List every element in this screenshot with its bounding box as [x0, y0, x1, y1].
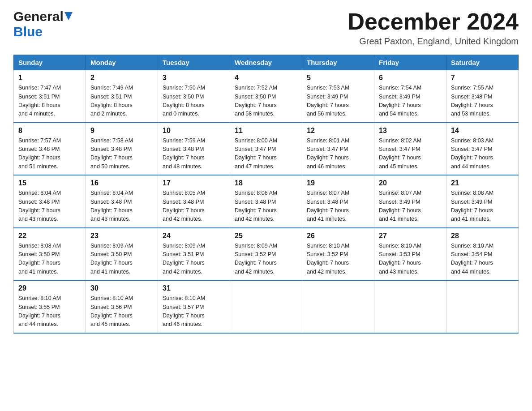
calendar-cell: 10 Sunrise: 7:59 AM Sunset: 3:48 PM Dayl… [158, 123, 230, 176]
calendar-header-row: Sunday Monday Tuesday Wednesday Thursday… [14, 55, 519, 70]
day-info: Sunrise: 8:10 AM Sunset: 3:52 PM Dayligh… [307, 242, 369, 277]
calendar-cell [230, 280, 302, 333]
day-info: Sunrise: 7:49 AM Sunset: 3:51 PM Dayligh… [90, 84, 153, 119]
day-number: 6 [379, 74, 442, 82]
day-number: 8 [18, 127, 81, 135]
day-info: Sunrise: 8:08 AM Sunset: 3:50 PM Dayligh… [18, 242, 81, 277]
calendar-cell: 9 Sunrise: 7:58 AM Sunset: 3:48 PM Dayli… [86, 123, 158, 176]
day-info: Sunrise: 8:10 AM Sunset: 3:53 PM Dayligh… [379, 242, 442, 277]
day-number: 21 [451, 179, 514, 187]
day-number: 1 [18, 74, 81, 82]
day-number: 26 [307, 232, 369, 240]
day-number: 30 [90, 284, 153, 292]
calendar-cell: 30 Sunrise: 8:10 AM Sunset: 3:56 PM Dayl… [86, 280, 158, 333]
day-info: Sunrise: 7:54 AM Sunset: 3:49 PM Dayligh… [379, 84, 442, 119]
day-number: 9 [90, 127, 153, 135]
day-info: Sunrise: 8:10 AM Sunset: 3:56 PM Dayligh… [90, 294, 153, 329]
day-info: Sunrise: 8:10 AM Sunset: 3:57 PM Dayligh… [163, 294, 225, 329]
day-number: 14 [451, 127, 514, 135]
calendar-cell: 17 Sunrise: 8:05 AM Sunset: 3:48 PM Dayl… [158, 175, 230, 228]
day-number: 28 [451, 232, 514, 240]
day-number: 19 [307, 179, 369, 187]
day-info: Sunrise: 8:05 AM Sunset: 3:48 PM Dayligh… [163, 189, 225, 224]
logo-blue-text: Blue [13, 24, 43, 39]
calendar-cell: 25 Sunrise: 8:09 AM Sunset: 3:52 PM Dayl… [230, 228, 302, 281]
calendar-cell: 23 Sunrise: 8:09 AM Sunset: 3:50 PM Dayl… [86, 228, 158, 281]
calendar-cell: 4 Sunrise: 7:52 AM Sunset: 3:50 PM Dayli… [230, 70, 302, 123]
day-info: Sunrise: 7:50 AM Sunset: 3:50 PM Dayligh… [163, 84, 225, 119]
day-info: Sunrise: 7:47 AM Sunset: 3:51 PM Dayligh… [18, 84, 81, 119]
day-info: Sunrise: 7:58 AM Sunset: 3:48 PM Dayligh… [90, 137, 153, 171]
calendar-cell [446, 280, 519, 333]
calendar-week-row-4: 22 Sunrise: 8:08 AM Sunset: 3:50 PM Dayl… [14, 228, 519, 281]
calendar-cell: 29 Sunrise: 8:10 AM Sunset: 3:55 PM Dayl… [14, 280, 86, 333]
calendar-cell: 8 Sunrise: 7:57 AM Sunset: 3:48 PM Dayli… [14, 123, 86, 176]
calendar-cell: 19 Sunrise: 8:07 AM Sunset: 3:48 PM Dayl… [302, 175, 374, 228]
day-number: 11 [235, 127, 297, 135]
day-info: Sunrise: 7:59 AM Sunset: 3:48 PM Dayligh… [163, 137, 225, 171]
day-number: 4 [235, 74, 297, 82]
location-text: Great Paxton, England, United Kingdom [348, 36, 519, 47]
calendar-cell [302, 280, 374, 333]
day-number: 13 [379, 127, 442, 135]
calendar-cell: 13 Sunrise: 8:02 AM Sunset: 3:47 PM Dayl… [374, 123, 446, 176]
day-info: Sunrise: 8:04 AM Sunset: 3:48 PM Dayligh… [90, 189, 153, 224]
calendar-cell: 3 Sunrise: 7:50 AM Sunset: 3:50 PM Dayli… [158, 70, 230, 123]
logo-general-text: General [13, 9, 64, 24]
calendar-cell: 7 Sunrise: 7:55 AM Sunset: 3:48 PM Dayli… [446, 70, 519, 123]
day-info: Sunrise: 7:52 AM Sunset: 3:50 PM Dayligh… [235, 84, 297, 119]
day-number: 24 [163, 232, 225, 240]
day-info: Sunrise: 8:03 AM Sunset: 3:47 PM Dayligh… [451, 137, 514, 171]
month-year-title: December 2024 [348, 9, 519, 34]
col-wednesday: Wednesday [230, 55, 302, 70]
calendar-cell: 26 Sunrise: 8:10 AM Sunset: 3:52 PM Dayl… [302, 228, 374, 281]
col-monday: Monday [86, 55, 158, 70]
day-info: Sunrise: 7:53 AM Sunset: 3:49 PM Dayligh… [307, 84, 369, 119]
logo: General Blue [13, 9, 73, 39]
col-thursday: Thursday [302, 55, 374, 70]
calendar-week-row-3: 15 Sunrise: 8:04 AM Sunset: 3:48 PM Dayl… [14, 175, 519, 228]
day-info: Sunrise: 8:04 AM Sunset: 3:48 PM Dayligh… [18, 189, 81, 224]
day-info: Sunrise: 8:10 AM Sunset: 3:55 PM Dayligh… [18, 294, 81, 329]
svg-marker-0 [64, 12, 73, 20]
calendar-cell: 21 Sunrise: 8:08 AM Sunset: 3:49 PM Dayl… [446, 175, 519, 228]
day-info: Sunrise: 8:01 AM Sunset: 3:47 PM Dayligh… [307, 137, 369, 171]
day-number: 20 [379, 179, 442, 187]
calendar-cell: 18 Sunrise: 8:06 AM Sunset: 3:48 PM Dayl… [230, 175, 302, 228]
calendar-cell: 1 Sunrise: 7:47 AM Sunset: 3:51 PM Dayli… [14, 70, 86, 123]
calendar-cell: 2 Sunrise: 7:49 AM Sunset: 3:51 PM Dayli… [86, 70, 158, 123]
calendar-cell: 15 Sunrise: 8:04 AM Sunset: 3:48 PM Dayl… [14, 175, 86, 228]
day-info: Sunrise: 8:10 AM Sunset: 3:54 PM Dayligh… [451, 242, 514, 277]
page-container: General Blue December 2024 Great Paxton,… [13, 9, 519, 334]
day-info: Sunrise: 8:08 AM Sunset: 3:49 PM Dayligh… [451, 189, 514, 224]
col-tuesday: Tuesday [158, 55, 230, 70]
day-number: 12 [307, 127, 369, 135]
day-number: 7 [451, 74, 514, 82]
calendar-cell: 31 Sunrise: 8:10 AM Sunset: 3:57 PM Dayl… [158, 280, 230, 333]
day-info: Sunrise: 8:07 AM Sunset: 3:48 PM Dayligh… [307, 189, 369, 224]
calendar-cell: 14 Sunrise: 8:03 AM Sunset: 3:47 PM Dayl… [446, 123, 519, 176]
day-number: 16 [90, 179, 153, 187]
title-block: December 2024 Great Paxton, England, Uni… [348, 9, 519, 47]
day-info: Sunrise: 8:09 AM Sunset: 3:52 PM Dayligh… [235, 242, 297, 277]
col-saturday: Saturday [446, 55, 519, 70]
calendar-week-row-2: 8 Sunrise: 7:57 AM Sunset: 3:48 PM Dayli… [14, 123, 519, 176]
day-number: 15 [18, 179, 81, 187]
day-number: 23 [90, 232, 153, 240]
col-friday: Friday [374, 55, 446, 70]
day-number: 17 [163, 179, 225, 187]
day-number: 31 [163, 284, 225, 292]
day-number: 27 [379, 232, 442, 240]
calendar-cell: 16 Sunrise: 8:04 AM Sunset: 3:48 PM Dayl… [86, 175, 158, 228]
header: General Blue December 2024 Great Paxton,… [13, 9, 519, 47]
day-number: 3 [163, 74, 225, 82]
calendar-cell: 22 Sunrise: 8:08 AM Sunset: 3:50 PM Dayl… [14, 228, 86, 281]
day-info: Sunrise: 8:09 AM Sunset: 3:51 PM Dayligh… [163, 242, 225, 277]
day-number: 18 [235, 179, 297, 187]
day-info: Sunrise: 8:00 AM Sunset: 3:47 PM Dayligh… [235, 137, 297, 171]
day-info: Sunrise: 8:09 AM Sunset: 3:50 PM Dayligh… [90, 242, 153, 277]
day-number: 10 [163, 127, 225, 135]
day-number: 22 [18, 232, 81, 240]
calendar-week-row-1: 1 Sunrise: 7:47 AM Sunset: 3:51 PM Dayli… [14, 70, 519, 123]
col-sunday: Sunday [14, 55, 86, 70]
